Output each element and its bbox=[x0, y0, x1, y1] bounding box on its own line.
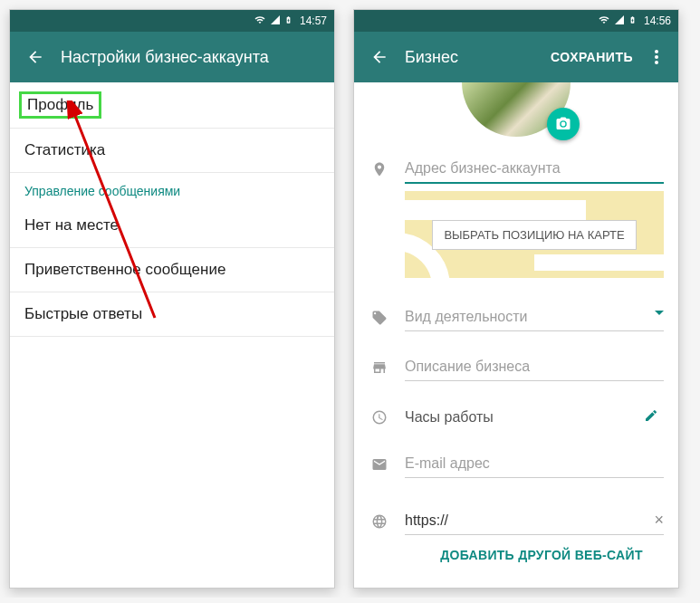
menu-item-quick-replies[interactable]: Быстрые ответы bbox=[10, 292, 334, 337]
map-preview[interactable]: ВЫБРАТЬ ПОЗИЦИЮ НА КАРТЕ bbox=[405, 191, 664, 278]
menu-item-greeting[interactable]: Приветственное сообщение bbox=[10, 248, 334, 292]
save-button[interactable]: СОХРАНИТЬ bbox=[542, 43, 642, 72]
globe-icon bbox=[369, 513, 390, 530]
svg-point-2 bbox=[655, 55, 658, 59]
website-input[interactable] bbox=[405, 507, 664, 535]
menu-item-label: Быстрые ответы bbox=[24, 305, 142, 322]
menu-item-label: Профиль bbox=[27, 96, 93, 113]
clear-website-button[interactable]: × bbox=[654, 511, 664, 530]
menu-item-profile[interactable]: Профиль bbox=[19, 91, 101, 119]
store-icon bbox=[369, 359, 390, 376]
category-row: Вид деятельности bbox=[354, 294, 678, 331]
signal-icon bbox=[614, 14, 625, 28]
address-input[interactable] bbox=[405, 155, 664, 184]
email-input[interactable] bbox=[405, 450, 664, 478]
menu-item-stats[interactable]: Статистика bbox=[10, 129, 334, 173]
status-time: 14:56 bbox=[644, 14, 671, 27]
svg-point-1 bbox=[655, 50, 658, 53]
description-input[interactable] bbox=[405, 353, 664, 381]
status-time: 14:57 bbox=[300, 14, 327, 27]
category-dropdown[interactable]: Вид деятельности bbox=[405, 303, 664, 331]
appbar-title: Настройки бизнес-аккаунта bbox=[61, 48, 327, 67]
add-website-button[interactable]: ДОБАВИТЬ ДРУГОЙ ВЕБ-САЙТ bbox=[405, 535, 678, 575]
status-bar: 14:57 bbox=[10, 10, 334, 32]
app-bar: Бизнес СОХРАНИТЬ bbox=[354, 32, 678, 82]
website-row: × bbox=[354, 498, 678, 535]
app-bar: Настройки бизнес-аккаунта bbox=[10, 32, 334, 82]
battery-icon bbox=[628, 14, 637, 29]
location-icon bbox=[369, 161, 390, 177]
back-button[interactable] bbox=[17, 39, 53, 75]
category-placeholder: Вид деятельности bbox=[405, 303, 664, 330]
phone-business-profile: 14:56 Бизнес СОХРАНИТЬ bbox=[353, 9, 679, 589]
hours-row[interactable]: Часы работы bbox=[354, 394, 678, 432]
section-header-messaging: Управление сообщениями bbox=[10, 173, 334, 204]
signal-icon bbox=[270, 14, 281, 28]
battery-icon bbox=[284, 14, 292, 29]
overflow-menu-button[interactable] bbox=[642, 39, 671, 75]
change-photo-button[interactable] bbox=[547, 108, 580, 140]
email-icon bbox=[369, 456, 390, 473]
status-bar: 14:56 bbox=[354, 10, 678, 32]
email-row bbox=[354, 441, 678, 478]
address-row bbox=[354, 146, 678, 184]
menu-item-label: Статистика bbox=[24, 141, 105, 158]
wifi-icon bbox=[598, 14, 610, 28]
avatar-section bbox=[354, 82, 678, 137]
hours-label: Часы работы bbox=[405, 404, 624, 431]
description-row bbox=[354, 344, 678, 381]
wifi-icon bbox=[254, 14, 266, 28]
menu-item-label: Нет на месте bbox=[24, 216, 119, 234]
menu-item-label: Приветственное сообщение bbox=[24, 261, 225, 278]
appbar-title: Бизнес bbox=[405, 48, 542, 67]
pick-on-map-button[interactable]: ВЫБРАТЬ ПОЗИЦИЮ НА КАРТЕ bbox=[432, 220, 636, 250]
svg-point-3 bbox=[655, 61, 658, 64]
menu-item-away[interactable]: Нет на месте bbox=[10, 204, 334, 248]
chevron-down-icon bbox=[655, 311, 664, 315]
edit-hours-button[interactable] bbox=[638, 403, 664, 432]
avatar-image[interactable] bbox=[462, 82, 571, 137]
phone-settings: 14:57 Настройки бизнес-аккаунта Профиль … bbox=[9, 9, 335, 589]
tag-icon bbox=[369, 310, 390, 326]
back-button[interactable] bbox=[361, 39, 398, 75]
clock-icon bbox=[369, 409, 390, 426]
